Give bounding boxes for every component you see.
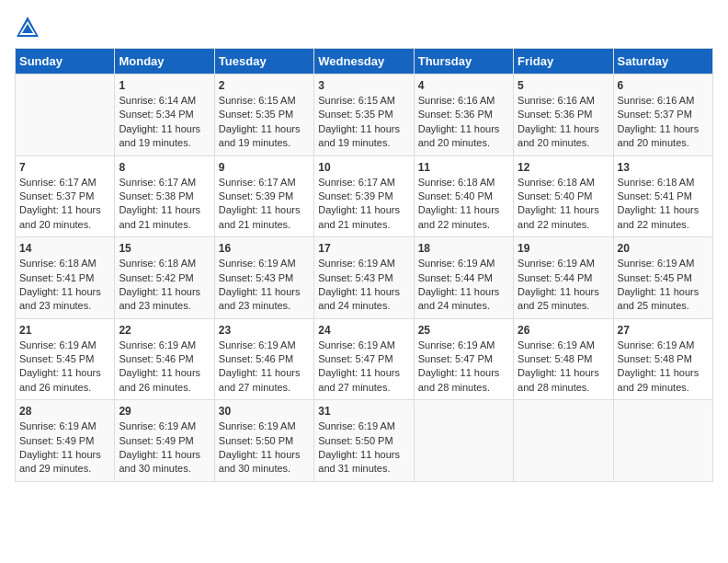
calendar-cell: 5 Sunrise: 6:16 AM Sunset: 5:36 PM Dayli… xyxy=(514,75,613,156)
day-number: 21 xyxy=(19,324,110,337)
day-number: 1 xyxy=(119,79,210,92)
sunrise: Sunrise: 6:19 AM xyxy=(19,339,97,350)
cell-info: Sunrise: 6:19 AM Sunset: 5:45 PM Dayligh… xyxy=(19,339,110,396)
cell-info: Sunrise: 6:19 AM Sunset: 5:46 PM Dayligh… xyxy=(119,339,210,396)
day-number: 18 xyxy=(418,242,509,255)
calendar-cell: 7 Sunrise: 6:17 AM Sunset: 5:37 PM Dayli… xyxy=(16,155,115,237)
day-number: 4 xyxy=(418,79,509,92)
calendar-cell xyxy=(414,400,513,482)
header-cell-tuesday: Tuesday xyxy=(214,49,313,75)
daylight: Daylight: 11 hours and 29 minutes. xyxy=(618,367,700,392)
daylight: Daylight: 11 hours and 23 minutes. xyxy=(19,286,101,311)
day-number: 8 xyxy=(119,161,210,174)
sunrise: Sunrise: 6:17 AM xyxy=(119,177,196,188)
sunrise: Sunrise: 6:18 AM xyxy=(119,258,196,269)
daylight: Daylight: 11 hours and 21 minutes. xyxy=(318,204,400,229)
sunrise: Sunrise: 6:15 AM xyxy=(318,95,395,106)
day-number: 15 xyxy=(119,242,210,255)
calendar-table: SundayMondayTuesdayWednesdayThursdayFrid… xyxy=(15,48,713,482)
sunrise: Sunrise: 6:19 AM xyxy=(219,339,296,350)
calendar-cell: 18 Sunrise: 6:19 AM Sunset: 5:44 PM Dayl… xyxy=(414,237,513,319)
day-number: 12 xyxy=(518,161,609,174)
sunrise: Sunrise: 6:19 AM xyxy=(219,420,296,431)
cell-info: Sunrise: 6:18 AM Sunset: 5:40 PM Dayligh… xyxy=(418,176,509,233)
sunset: Sunset: 5:42 PM xyxy=(119,272,193,283)
sunrise: Sunrise: 6:19 AM xyxy=(418,258,495,269)
calendar-cell: 17 Sunrise: 6:19 AM Sunset: 5:43 PM Dayl… xyxy=(314,237,414,319)
cell-info: Sunrise: 6:15 AM Sunset: 5:35 PM Dayligh… xyxy=(318,94,409,151)
calendar-cell: 19 Sunrise: 6:19 AM Sunset: 5:44 PM Dayl… xyxy=(514,237,613,319)
day-number: 10 xyxy=(318,161,409,174)
week-row-2: 7 Sunrise: 6:17 AM Sunset: 5:37 PM Dayli… xyxy=(16,155,713,237)
sunrise: Sunrise: 6:17 AM xyxy=(219,177,296,188)
calendar-cell: 24 Sunrise: 6:19 AM Sunset: 5:47 PM Dayl… xyxy=(314,318,414,400)
week-row-5: 28 Sunrise: 6:19 AM Sunset: 5:49 PM Dayl… xyxy=(16,400,713,482)
daylight: Daylight: 11 hours and 19 minutes. xyxy=(119,123,200,148)
calendar-cell xyxy=(514,400,613,482)
calendar-cell: 3 Sunrise: 6:15 AM Sunset: 5:35 PM Dayli… xyxy=(314,75,414,156)
sunrise: Sunrise: 6:19 AM xyxy=(119,339,196,350)
sunset: Sunset: 5:43 PM xyxy=(318,272,392,283)
cell-info: Sunrise: 6:19 AM Sunset: 5:43 PM Dayligh… xyxy=(219,257,310,314)
sunset: Sunset: 5:35 PM xyxy=(219,109,293,120)
sunset: Sunset: 5:46 PM xyxy=(219,353,293,364)
day-number: 6 xyxy=(618,79,709,92)
cell-info: Sunrise: 6:19 AM Sunset: 5:46 PM Dayligh… xyxy=(219,339,310,396)
cell-info: Sunrise: 6:18 AM Sunset: 5:41 PM Dayligh… xyxy=(19,257,110,314)
cell-info: Sunrise: 6:19 AM Sunset: 5:49 PM Dayligh… xyxy=(19,419,110,477)
daylight: Daylight: 11 hours and 30 minutes. xyxy=(219,449,301,474)
sunrise: Sunrise: 6:14 AM xyxy=(119,95,196,106)
day-number: 29 xyxy=(119,405,210,418)
calendar-cell xyxy=(613,400,712,482)
header-cell-wednesday: Wednesday xyxy=(314,49,414,75)
day-number: 17 xyxy=(318,242,409,255)
cell-info: Sunrise: 6:14 AM Sunset: 5:34 PM Dayligh… xyxy=(119,94,210,151)
calendar-cell: 22 Sunrise: 6:19 AM Sunset: 5:46 PM Dayl… xyxy=(115,318,214,400)
daylight: Daylight: 11 hours and 26 minutes. xyxy=(19,367,101,392)
calendar-cell: 12 Sunrise: 6:18 AM Sunset: 5:40 PM Dayl… xyxy=(514,155,613,237)
cell-info: Sunrise: 6:19 AM Sunset: 5:50 PM Dayligh… xyxy=(219,419,310,477)
sunrise: Sunrise: 6:17 AM xyxy=(318,177,395,188)
sunset: Sunset: 5:47 PM xyxy=(318,353,392,364)
calendar-cell: 6 Sunrise: 6:16 AM Sunset: 5:37 PM Dayli… xyxy=(613,75,712,156)
daylight: Daylight: 11 hours and 23 minutes. xyxy=(219,286,301,311)
sunrise: Sunrise: 6:16 AM xyxy=(418,95,495,106)
calendar-cell: 30 Sunrise: 6:19 AM Sunset: 5:50 PM Dayl… xyxy=(214,400,313,482)
day-number: 2 xyxy=(219,79,310,92)
day-number: 24 xyxy=(318,324,409,337)
sunset: Sunset: 5:44 PM xyxy=(418,272,493,283)
cell-info: Sunrise: 6:17 AM Sunset: 5:39 PM Dayligh… xyxy=(219,176,310,233)
calendar-cell: 21 Sunrise: 6:19 AM Sunset: 5:45 PM Dayl… xyxy=(16,318,115,400)
day-number: 9 xyxy=(219,161,310,174)
daylight: Daylight: 11 hours and 21 minutes. xyxy=(119,204,200,229)
calendar-cell: 14 Sunrise: 6:18 AM Sunset: 5:41 PM Dayl… xyxy=(16,237,115,319)
sunset: Sunset: 5:49 PM xyxy=(119,435,193,446)
daylight: Daylight: 11 hours and 19 minutes. xyxy=(219,123,301,148)
cell-info: Sunrise: 6:16 AM Sunset: 5:37 PM Dayligh… xyxy=(618,94,709,151)
cell-info: Sunrise: 6:18 AM Sunset: 5:40 PM Dayligh… xyxy=(518,176,609,233)
sunrise: Sunrise: 6:19 AM xyxy=(119,420,196,431)
sunset: Sunset: 5:39 PM xyxy=(318,190,392,201)
daylight: Daylight: 11 hours and 24 minutes. xyxy=(318,286,400,311)
day-number: 23 xyxy=(219,324,310,337)
day-number: 20 xyxy=(618,242,709,255)
daylight: Daylight: 11 hours and 22 minutes. xyxy=(518,204,599,229)
daylight: Daylight: 11 hours and 20 minutes. xyxy=(518,123,599,148)
cell-info: Sunrise: 6:17 AM Sunset: 5:38 PM Dayligh… xyxy=(119,176,210,233)
calendar-cell: 20 Sunrise: 6:19 AM Sunset: 5:45 PM Dayl… xyxy=(613,237,712,319)
sunrise: Sunrise: 6:18 AM xyxy=(418,177,495,188)
cell-info: Sunrise: 6:19 AM Sunset: 5:47 PM Dayligh… xyxy=(318,339,409,396)
sunrise: Sunrise: 6:15 AM xyxy=(219,95,296,106)
day-number: 26 xyxy=(518,324,609,337)
cell-info: Sunrise: 6:16 AM Sunset: 5:36 PM Dayligh… xyxy=(518,94,609,151)
calendar-cell: 26 Sunrise: 6:19 AM Sunset: 5:48 PM Dayl… xyxy=(514,318,613,400)
sunrise: Sunrise: 6:19 AM xyxy=(618,339,695,350)
cell-info: Sunrise: 6:19 AM Sunset: 5:47 PM Dayligh… xyxy=(418,339,509,396)
sunrise: Sunrise: 6:19 AM xyxy=(219,258,296,269)
calendar-cell: 9 Sunrise: 6:17 AM Sunset: 5:39 PM Dayli… xyxy=(214,155,313,237)
sunrise: Sunrise: 6:16 AM xyxy=(518,95,595,106)
sunset: Sunset: 5:40 PM xyxy=(518,190,592,201)
calendar-cell: 4 Sunrise: 6:16 AM Sunset: 5:36 PM Dayli… xyxy=(414,75,513,156)
sunset: Sunset: 5:41 PM xyxy=(19,272,94,283)
header-cell-monday: Monday xyxy=(115,49,214,75)
